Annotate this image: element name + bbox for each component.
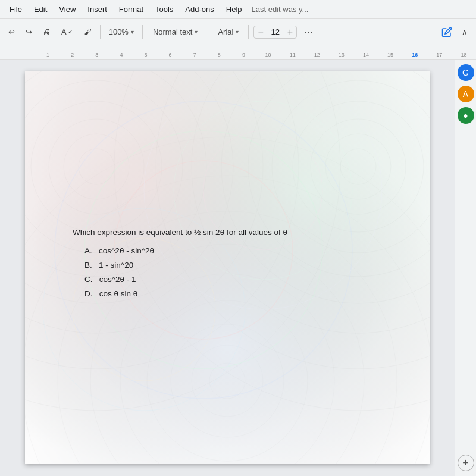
menu-help[interactable]: Help [221,2,247,16]
svg-point-2 [49,119,144,214]
ruler-tick-17: 17 [427,52,452,58]
ruler-tick-9: 9 [231,52,256,58]
redo-button[interactable]: ↪ [22,25,36,39]
ruler-tick-3: 3 [84,52,109,58]
main-area: Which expression is equivalent to ½ sin … [0,60,476,476]
svg-point-13 [293,101,424,232]
spellcheck-button[interactable]: A✓ [58,25,77,39]
menu-format[interactable]: Format [114,2,148,16]
ruler-tick-7: 7 [183,52,207,58]
sidebar-add-icon[interactable]: + [458,455,474,471]
right-sidebar: G A ● + [455,60,476,476]
svg-point-21 [192,345,263,416]
paragraph-style-label: Normal text [153,27,192,36]
zoom-control[interactable]: 100% ▾ [105,26,137,37]
document-area: Which expression is equivalent to ½ sin … [0,60,455,476]
answer-option-c: C. cos^2θ - 1 [73,273,382,287]
ruler-tick-4: 4 [109,52,133,58]
font-chevron: ▾ [236,29,239,35]
option-b-text: 1 - sin^2θ [99,261,133,270]
sidebar-chat-icon[interactable]: G [458,64,474,81]
ruler-tick-1: 1 [36,52,60,58]
option-b-label: B. [84,261,92,270]
ruler-tick-15: 15 [378,52,403,58]
answer-option-b: B. 1 - sin^2θ [73,258,382,273]
menu-bar: File Edit View Insert Format Tools Add-o… [0,0,476,19]
ruler-tick-12: 12 [305,52,329,58]
answer-option-a: A. cos^2θ - sin^2θ [73,244,382,258]
toolbar-sep-3 [208,25,208,39]
ruler-tick-5: 5 [133,52,158,58]
toolbar: ↩ ↪ 🖨 A✓ 🖌 100% ▾ Normal text ▾ Arial ▾ … [0,19,476,45]
svg-point-20 [209,363,245,399]
font-size-decrease[interactable]: − [254,26,267,38]
svg-point-11 [325,134,391,199]
document-content: Which expression is equivalent to ½ sin … [73,226,382,302]
sidebar-maps-icon[interactable]: ● [458,107,474,124]
paragraph-style-chevron: ▾ [195,29,198,35]
option-d-text: cos θ sin θ [99,289,138,298]
ruler-tick-16: 16 [403,52,427,58]
pencil-icon [441,27,452,37]
option-d-label: D. [84,289,93,298]
option-c-text: cos^2θ - 1 [99,275,136,284]
menu-edit[interactable]: Edit [29,2,52,16]
menu-addons[interactable]: Add-ons [180,2,218,16]
ruler-inner: 1 2 3 4 5 6 7 8 9 10 11 12 13 14 15 16 1… [0,52,476,58]
undo-button[interactable]: ↩ [5,25,18,39]
ruler-tick-18: 18 [452,52,476,58]
ruler-tick-8: 8 [207,52,231,58]
ruler-tick-6: 6 [158,52,183,58]
svg-point-27 [25,176,430,464]
answer-option-d: D. cos θ sin θ [73,287,382,301]
toolbar-sep-1 [100,25,101,39]
print-button[interactable]: 🖨 [39,25,54,39]
ruler-tick-14: 14 [353,52,378,58]
ruler-tick-13: 13 [329,52,353,58]
option-a-label: A. [84,246,92,255]
svg-point-10 [340,149,376,184]
svg-point-1 [64,134,129,199]
font-size-control: − 12 + [253,26,297,39]
option-c-label: C. [84,275,93,284]
edit-pencil-button[interactable] [439,24,455,40]
menu-view[interactable]: View [54,2,80,16]
svg-point-24 [120,274,334,464]
font-select[interactable]: Arial ▾ [213,26,243,37]
collapse-button[interactable]: ∧ [458,25,471,39]
ruler-tick-2: 2 [60,52,84,58]
font-label: Arial [218,27,233,36]
paragraph-style-select[interactable]: Normal text ▾ [148,26,203,38]
menu-insert[interactable]: Insert [83,2,112,16]
more-options-button[interactable]: ··· [300,24,317,39]
svg-point-3 [31,101,162,232]
menu-tools[interactable]: Tools [151,2,178,16]
zoom-chevron: ▾ [131,29,134,35]
zoom-value: 100% [109,27,129,36]
question-text: Which expression is equivalent to ½ sin … [73,226,382,239]
svg-point-0 [79,149,114,184]
sidebar-user-icon[interactable]: A [458,86,474,102]
option-a-text: cos^2θ - sin^2θ [99,246,154,255]
ruler: 1 2 3 4 5 6 7 8 9 10 11 12 13 14 15 16 1… [0,45,476,60]
toolbar-sep-4 [248,25,249,39]
font-size-increase[interactable]: + [284,26,296,38]
svg-point-12 [311,119,406,214]
font-size-value: 12 [267,26,284,37]
menu-file[interactable]: File [5,2,27,16]
paint-format-button[interactable]: 🖌 [80,25,95,39]
document-page[interactable]: Which expression is equivalent to ½ sin … [25,71,430,464]
svg-point-18 [156,71,430,369]
svg-point-23 [147,300,308,461]
toolbar-sep-2 [142,25,143,39]
ruler-tick-10: 10 [256,52,280,58]
svg-point-8 [25,71,299,369]
svg-point-22 [171,324,284,437]
ruler-tick-11: 11 [280,52,305,58]
last-edit-indicator: Last edit was y... [252,5,309,14]
